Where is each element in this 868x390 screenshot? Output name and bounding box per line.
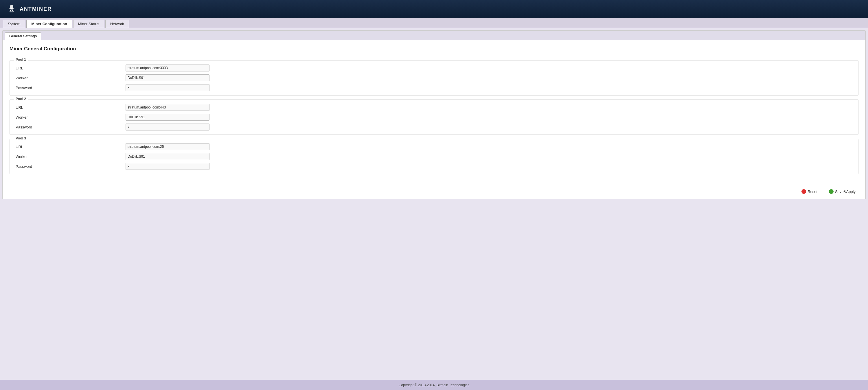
pool-2-worker-row: Worker: [16, 114, 852, 121]
pool-3-url-label: URL: [16, 145, 126, 149]
pool-3-worker-row: Worker: [16, 153, 852, 160]
logo-area: ANTMINER: [6, 3, 52, 15]
pool-2-legend: Pool 2: [14, 97, 28, 101]
pool-2-url-input[interactable]: [126, 104, 210, 111]
pool-2-password-label: Password: [16, 125, 126, 129]
pool-3-password-label: Password: [16, 164, 126, 169]
logo-text: ANTMINER: [20, 6, 52, 12]
reset-button[interactable]: Reset: [797, 188, 822, 195]
pool-1-password-row: Password: [16, 84, 852, 91]
pool-3-url-row: URL: [16, 143, 852, 150]
pool-2-password-input[interactable]: [126, 123, 210, 130]
pool-1-password-label: Password: [16, 86, 126, 90]
pool-2-worker-input[interactable]: [126, 114, 210, 121]
pool-3-password-input[interactable]: [126, 163, 210, 170]
pool-1-password-input[interactable]: [126, 84, 210, 91]
copyright-text: Copyright © 2013-2014, Bitmain Technolog…: [399, 383, 469, 387]
tab-miner-status[interactable]: Miner Status: [73, 20, 104, 28]
sub-tab-general-settings[interactable]: General Settings: [5, 32, 41, 40]
pool-1-url-label: URL: [16, 66, 126, 70]
pool-2-worker-label: Worker: [16, 115, 126, 119]
tab-network[interactable]: Network: [105, 20, 129, 28]
tab-miner-configuration[interactable]: Miner Configuration: [26, 20, 72, 28]
pool-1-worker-input[interactable]: [126, 74, 210, 81]
reset-label: Reset: [808, 189, 817, 194]
nav-bar: System Miner Configuration Miner Status …: [0, 18, 868, 28]
pool-1-group: Pool 1 URL Worker Password: [9, 60, 859, 95]
pool-3-url-input[interactable]: [126, 143, 210, 150]
footer: Copyright © 2013-2014, Bitmain Technolog…: [0, 380, 868, 390]
antminer-logo-icon: [6, 3, 18, 15]
pool-2-group: Pool 2 URL Worker Password: [9, 99, 859, 135]
pool-3-legend: Pool 3: [14, 136, 28, 140]
pool-2-password-row: Password: [16, 123, 852, 130]
sub-tab-bar: General Settings: [3, 31, 865, 40]
action-bar: Reset Save&Apply: [3, 184, 865, 199]
content-wrapper: General Settings Miner General Configura…: [0, 28, 868, 380]
pool-2-url-row: URL: [16, 104, 852, 111]
pool-1-legend: Pool 1: [14, 58, 28, 62]
header: ANTMINER: [0, 0, 868, 18]
tab-system[interactable]: System: [3, 20, 25, 28]
reset-icon: [802, 189, 806, 194]
save-icon: [829, 189, 834, 194]
page-body: Miner General Configuration Pool 1 URL W…: [3, 40, 865, 184]
pool-3-worker-input[interactable]: [126, 153, 210, 160]
save-apply-button[interactable]: Save&Apply: [825, 188, 860, 195]
pool-1-url-input[interactable]: [126, 64, 210, 71]
content-panel: General Settings Miner General Configura…: [2, 30, 866, 199]
pool-3-password-row: Password: [16, 163, 852, 170]
page-title: Miner General Configuration: [9, 46, 859, 55]
svg-point-0: [10, 5, 13, 8]
pool-1-worker-label: Worker: [16, 76, 126, 80]
pool-3-worker-label: Worker: [16, 154, 126, 159]
pool-3-group: Pool 3 URL Worker Password: [9, 139, 859, 174]
save-label: Save&Apply: [835, 189, 856, 194]
pool-1-worker-row: Worker: [16, 74, 852, 81]
pool-1-url-row: URL: [16, 64, 852, 71]
pool-2-url-label: URL: [16, 105, 126, 110]
